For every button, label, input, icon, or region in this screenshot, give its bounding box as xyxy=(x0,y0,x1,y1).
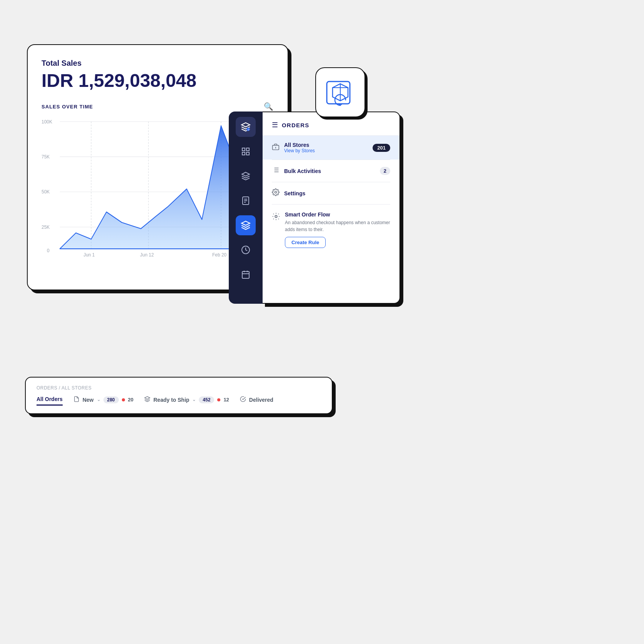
store-icon xyxy=(272,143,280,153)
svg-text:75K: 75K xyxy=(42,154,50,160)
package-refresh-icon xyxy=(325,77,356,108)
smart-flow-desc: An abandoned checkout happens when a cus… xyxy=(285,219,390,233)
gear-icon xyxy=(272,188,280,198)
floating-icon-card xyxy=(315,67,365,117)
tab-new-label: New xyxy=(83,397,94,403)
orders-settings[interactable]: Settings xyxy=(263,182,399,204)
svg-text:25K: 25K xyxy=(42,224,50,230)
svg-rect-22 xyxy=(246,152,249,155)
smart-flow-label: Smart Order Flow xyxy=(285,211,390,218)
svg-marker-23 xyxy=(242,172,250,176)
view-by-stores[interactable]: View by Stores xyxy=(284,148,368,153)
sales-value: IDR 1,529,038,048 xyxy=(42,70,274,91)
svg-text:↺: ↺ xyxy=(247,128,250,131)
svg-text:0: 0 xyxy=(47,248,50,253)
svg-text:100K: 100K xyxy=(42,119,52,125)
settings-text: Settings xyxy=(284,190,390,196)
orders-bulk-activities[interactable]: Bulk Activities 2 xyxy=(263,160,399,182)
tab-chevron-ship: ⌄ xyxy=(192,397,196,402)
svg-line-49 xyxy=(273,219,274,219)
bulk-icon xyxy=(272,166,280,176)
sidebar-item-grid[interactable] xyxy=(236,141,256,161)
orders-panel: ☰ ORDERS All Stores View by Stores 201 B… xyxy=(262,111,400,304)
menu-icon: ☰ xyxy=(272,121,278,129)
orders-smart-flow: Smart Order Flow An abandoned checkout h… xyxy=(263,205,399,254)
svg-text:Jun 1: Jun 1 xyxy=(83,252,95,258)
new-sub-count: 20 xyxy=(128,397,133,403)
svg-rect-29 xyxy=(242,271,249,278)
delivered-icon xyxy=(240,396,246,403)
all-stores-label: All Stores xyxy=(284,142,368,148)
breadcrumb: ORDERS / ALL STORES xyxy=(37,385,321,391)
sidebar-item-layers[interactable] xyxy=(236,166,256,186)
sidebar-item-package[interactable] xyxy=(236,215,256,235)
bulk-activities-label: Bulk Activities xyxy=(284,168,375,174)
tab-delivered[interactable]: Delivered xyxy=(240,396,273,406)
sidebar-item-chart[interactable] xyxy=(236,240,256,260)
orders-item-text-allstores: All Stores View by Stores xyxy=(284,142,368,153)
sidebar-item-document[interactable] xyxy=(236,191,256,211)
bottom-orders-bar: ORDERS / ALL STORES All Orders New ⌄ 280… xyxy=(25,377,333,414)
sidebar-item-orders[interactable]: ↺ xyxy=(236,117,256,137)
svg-rect-19 xyxy=(242,148,245,151)
svg-line-50 xyxy=(278,214,279,214)
bulk-activities-text: Bulk Activities xyxy=(284,168,375,174)
smart-flow-icon xyxy=(272,212,280,223)
sidebar: ↺ xyxy=(229,111,263,304)
ship-count-badge: 452 xyxy=(199,396,214,403)
ship-tab-icon xyxy=(144,396,150,403)
zoom-icon[interactable]: 🔍 xyxy=(264,102,274,111)
svg-rect-20 xyxy=(246,148,249,151)
ship-dot xyxy=(217,398,220,401)
create-rule-button[interactable]: Create Rule xyxy=(285,237,326,248)
svg-rect-21 xyxy=(242,152,245,155)
all-stores-badge: 201 xyxy=(373,144,390,152)
tab-new[interactable]: New ⌄ 280 20 xyxy=(73,396,133,406)
svg-point-42 xyxy=(275,215,277,218)
smart-flow-text: Smart Order Flow An abandoned checkout h… xyxy=(285,211,390,248)
new-tab-icon xyxy=(73,396,80,403)
svg-line-45 xyxy=(273,214,274,214)
orders-all-stores[interactable]: All Stores View by Stores 201 xyxy=(263,136,399,160)
svg-line-46 xyxy=(278,219,279,219)
chart-title: SALES OVER TIME 🔍 xyxy=(42,102,274,111)
tab-all-orders-label: All Orders xyxy=(37,396,63,402)
sidebar-item-calendar[interactable] xyxy=(236,265,256,285)
ship-sub-count: 12 xyxy=(223,397,229,403)
new-dot xyxy=(122,398,125,401)
tab-ready-to-ship[interactable]: Ready to Ship ⌄ 452 12 xyxy=(144,396,229,406)
svg-text:Jun 12: Jun 12 xyxy=(140,252,154,258)
svg-point-41 xyxy=(275,191,277,193)
sales-label: Total Sales xyxy=(42,59,274,68)
tab-ready-label: Ready to Ship xyxy=(153,397,189,403)
tab-chevron-new: ⌄ xyxy=(97,397,100,402)
bulk-badge: 2 xyxy=(380,167,390,175)
new-count-badge: 280 xyxy=(103,396,119,403)
svg-text:Feb 20: Feb 20 xyxy=(212,252,226,258)
orders-title: ORDERS xyxy=(282,122,309,128)
tab-all-orders[interactable]: All Orders xyxy=(37,396,63,406)
settings-label: Settings xyxy=(284,190,390,196)
tab-delivered-label: Delivered xyxy=(249,397,273,403)
svg-text:50K: 50K xyxy=(42,189,50,195)
bottom-tabs: All Orders New ⌄ 280 20 Ready to S xyxy=(37,396,321,406)
